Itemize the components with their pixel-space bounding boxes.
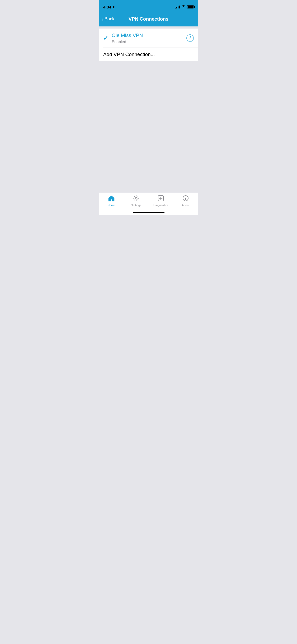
battery-icon xyxy=(187,5,194,8)
status-icons xyxy=(175,5,194,9)
location-icon: ➤ xyxy=(113,5,115,9)
home-indicator xyxy=(133,212,164,213)
gear-icon xyxy=(133,195,139,203)
tab-settings[interactable]: Settings xyxy=(124,195,149,207)
tab-home-label: Home xyxy=(107,204,115,207)
battery-fill xyxy=(188,6,193,8)
vpn-info: Ole Miss VPN Enabled xyxy=(112,32,186,44)
vpn-list-item[interactable]: ✓ Ole Miss VPN Enabled i xyxy=(99,29,198,48)
vpn-status: Enabled xyxy=(112,39,186,44)
wifi-icon xyxy=(181,5,186,9)
info-icon xyxy=(182,195,189,203)
page-title: VPN Connections xyxy=(129,16,168,22)
tab-about[interactable]: About xyxy=(173,195,198,207)
back-chevron-icon: ‹ xyxy=(102,16,103,22)
navigation-bar: ‹ Back VPN Connections xyxy=(99,12,198,26)
tab-bar: Home Settings Diagnostics xyxy=(99,193,198,215)
svg-point-6 xyxy=(185,197,186,197)
status-time: 4:34 ➤ xyxy=(103,5,115,9)
tab-home[interactable]: Home xyxy=(99,195,124,207)
tab-about-label: About xyxy=(182,204,190,207)
add-vpn-connection-button[interactable]: Add VPN Connection... xyxy=(99,48,198,61)
back-label: Back xyxy=(105,16,115,22)
checkmark-icon: ✓ xyxy=(103,35,108,42)
tab-diagnostics-label: Diagnostics xyxy=(153,204,168,207)
time-display: 4:34 xyxy=(103,5,111,9)
vpn-info-button[interactable]: i xyxy=(186,34,194,42)
nav-separator xyxy=(99,26,198,29)
main-content: ✓ Ole Miss VPN Enabled i Add VPN Connect… xyxy=(99,29,198,215)
svg-point-0 xyxy=(135,197,137,199)
vpn-list: ✓ Ole Miss VPN Enabled i Add VPN Connect… xyxy=(99,29,198,61)
add-vpn-label: Add VPN Connection... xyxy=(103,52,155,57)
vpn-name: Ole Miss VPN xyxy=(112,32,186,39)
screen: 4:34 ➤ ‹ Back xyxy=(99,0,198,215)
tab-diagnostics[interactable]: Diagnostics xyxy=(149,195,173,207)
back-button[interactable]: ‹ Back xyxy=(102,16,114,22)
home-icon xyxy=(108,195,115,203)
tab-settings-label: Settings xyxy=(131,204,142,207)
signal-bars-icon xyxy=(175,5,180,8)
diagnostics-plus-icon xyxy=(158,195,164,203)
status-bar: 4:34 ➤ xyxy=(99,0,198,12)
